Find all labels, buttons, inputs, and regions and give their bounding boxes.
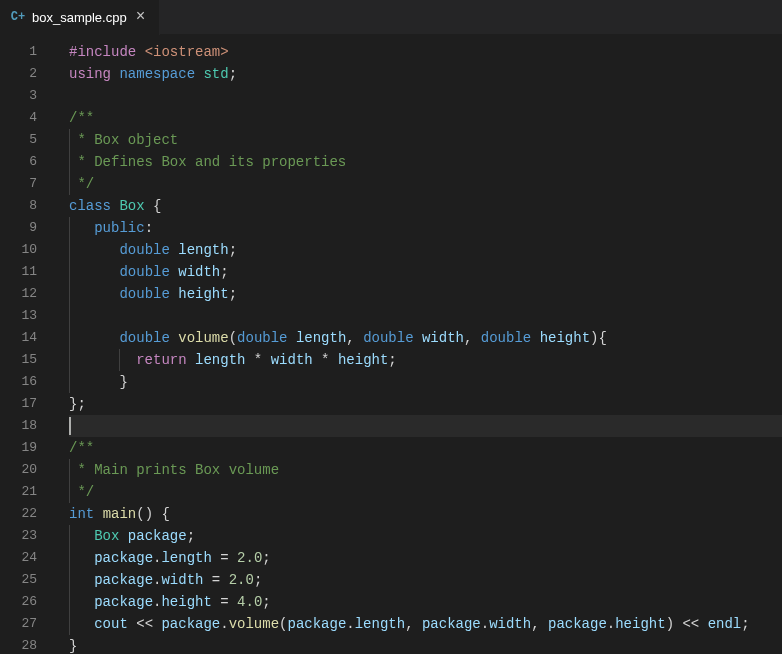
token: length bbox=[296, 330, 346, 346]
token: package bbox=[161, 616, 220, 632]
line-number: 9 bbox=[0, 217, 55, 239]
token bbox=[69, 264, 119, 280]
code-line[interactable]: */ bbox=[69, 173, 782, 195]
code-line[interactable]: package.width = 2.0; bbox=[69, 569, 782, 591]
code-line[interactable]: * Defines Box and its properties bbox=[69, 151, 782, 173]
code-line[interactable] bbox=[69, 415, 782, 437]
line-number: 18 bbox=[0, 415, 55, 437]
code-line[interactable] bbox=[69, 85, 782, 107]
token: . bbox=[346, 616, 354, 632]
token: ; bbox=[262, 550, 270, 566]
code-line[interactable]: class Box { bbox=[69, 195, 782, 217]
token bbox=[69, 594, 94, 610]
code-line[interactable]: * Main prints Box volume bbox=[69, 459, 782, 481]
token bbox=[119, 528, 127, 544]
code-line[interactable]: } bbox=[69, 371, 782, 393]
token: , bbox=[405, 616, 422, 632]
token: . bbox=[220, 616, 228, 632]
token: ; bbox=[262, 594, 270, 610]
code-line[interactable]: cout << package.volume(package.length, p… bbox=[69, 613, 782, 635]
token bbox=[69, 220, 94, 236]
code-line[interactable]: package.length = 2.0; bbox=[69, 547, 782, 569]
token: * Main prints Box volume bbox=[69, 462, 279, 478]
code-line[interactable]: * Box object bbox=[69, 129, 782, 151]
token: width bbox=[271, 352, 313, 368]
code-line[interactable]: }; bbox=[69, 393, 782, 415]
code-line[interactable]: package.height = 4.0; bbox=[69, 591, 782, 613]
code-line[interactable]: /** bbox=[69, 437, 782, 459]
indent-guide bbox=[69, 327, 70, 349]
token: std bbox=[203, 66, 228, 82]
token: ) << bbox=[666, 616, 708, 632]
indent-guide bbox=[69, 151, 70, 173]
line-number: 11 bbox=[0, 261, 55, 283]
token: endl bbox=[708, 616, 742, 632]
token: #include bbox=[69, 44, 136, 60]
code-area[interactable]: #include <iostream>using namespace std; … bbox=[55, 35, 782, 654]
token: ; bbox=[388, 352, 396, 368]
line-number: 14 bbox=[0, 327, 55, 349]
line-number: 26 bbox=[0, 591, 55, 613]
code-line[interactable]: using namespace std; bbox=[69, 63, 782, 85]
line-number: 21 bbox=[0, 481, 55, 503]
token: height bbox=[338, 352, 388, 368]
indent-guide bbox=[69, 239, 70, 261]
code-line[interactable]: #include <iostream> bbox=[69, 41, 782, 63]
token: = bbox=[212, 550, 237, 566]
token: ; bbox=[229, 286, 237, 302]
token: double bbox=[119, 264, 169, 280]
token bbox=[94, 506, 102, 522]
token bbox=[170, 286, 178, 302]
token: width bbox=[422, 330, 464, 346]
token: height bbox=[540, 330, 590, 346]
token: , bbox=[346, 330, 363, 346]
close-icon[interactable]: × bbox=[133, 9, 149, 25]
token bbox=[414, 330, 422, 346]
token: namespace bbox=[119, 66, 195, 82]
token: width bbox=[161, 572, 203, 588]
code-line[interactable]: /** bbox=[69, 107, 782, 129]
token bbox=[170, 330, 178, 346]
line-number: 23 bbox=[0, 525, 55, 547]
token: package bbox=[94, 550, 153, 566]
token bbox=[531, 330, 539, 346]
token: ; bbox=[254, 572, 262, 588]
code-line[interactable]: return length * width * height; bbox=[69, 349, 782, 371]
token: */ bbox=[69, 176, 94, 192]
token: 4.0 bbox=[237, 594, 262, 610]
line-number: 20 bbox=[0, 459, 55, 481]
code-line[interactable] bbox=[69, 305, 782, 327]
token: ; bbox=[741, 616, 749, 632]
token: ){ bbox=[590, 330, 607, 346]
token: { bbox=[145, 198, 162, 214]
code-line[interactable]: double width; bbox=[69, 261, 782, 283]
code-line[interactable]: */ bbox=[69, 481, 782, 503]
token: double bbox=[119, 330, 169, 346]
token: ; bbox=[187, 528, 195, 544]
token: ; bbox=[229, 242, 237, 258]
token: package bbox=[287, 616, 346, 632]
code-line[interactable]: double volume(double length, double widt… bbox=[69, 327, 782, 349]
token: * bbox=[245, 352, 270, 368]
code-line[interactable]: public: bbox=[69, 217, 782, 239]
line-number: 19 bbox=[0, 437, 55, 459]
indent-guide bbox=[69, 283, 70, 305]
tab-active[interactable]: C+ box_sample.cpp × bbox=[0, 0, 160, 35]
token: <iostream> bbox=[145, 44, 229, 60]
code-line[interactable]: double height; bbox=[69, 283, 782, 305]
code-line[interactable]: double length; bbox=[69, 239, 782, 261]
line-number: 25 bbox=[0, 569, 55, 591]
token bbox=[170, 242, 178, 258]
token: package bbox=[94, 572, 153, 588]
token: height bbox=[161, 594, 211, 610]
token: ; bbox=[229, 66, 237, 82]
token: Box bbox=[94, 528, 119, 544]
token bbox=[69, 528, 94, 544]
token bbox=[69, 616, 94, 632]
token: * Defines Box and its properties bbox=[69, 154, 346, 170]
token bbox=[69, 352, 136, 368]
code-line[interactable]: int main() { bbox=[69, 503, 782, 525]
indent-guide bbox=[69, 459, 70, 481]
code-line[interactable]: } bbox=[69, 635, 782, 654]
code-line[interactable]: Box package; bbox=[69, 525, 782, 547]
